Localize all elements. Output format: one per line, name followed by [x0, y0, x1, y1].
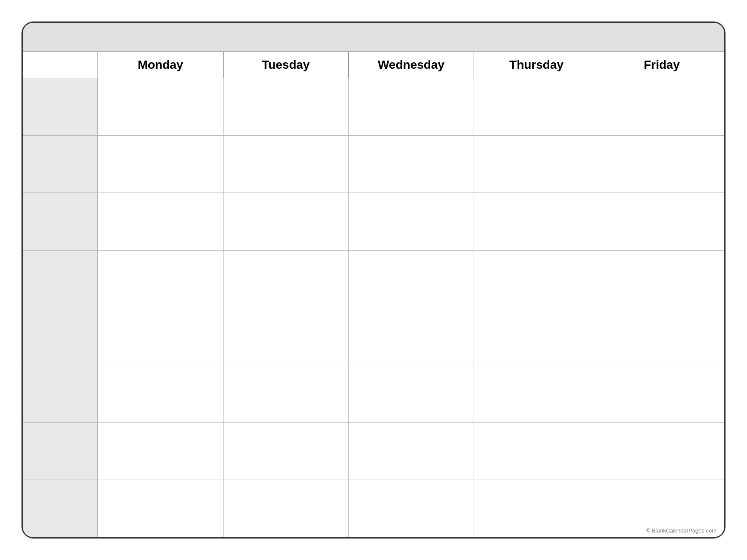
cell-row5-tue[interactable] — [223, 308, 349, 365]
cell-row1-mon[interactable] — [98, 78, 223, 135]
cell-row1-tue[interactable] — [223, 78, 349, 135]
cell-row4-mon[interactable] — [98, 251, 223, 308]
cell-row4-tue[interactable] — [223, 251, 349, 308]
cell-row8-tue[interactable] — [223, 480, 349, 537]
cell-row3-thu[interactable] — [474, 193, 600, 250]
time-column-header — [23, 52, 98, 78]
cell-row5-fri[interactable] — [599, 308, 724, 365]
cell-row6-wed[interactable] — [349, 365, 474, 422]
time-cell-3 — [23, 193, 98, 250]
cell-row2-wed[interactable] — [349, 136, 474, 193]
calendar-row-3 — [23, 193, 724, 251]
day-header-wednesday: Wednesday — [349, 52, 474, 78]
cell-row7-tue[interactable] — [223, 423, 349, 480]
time-cell-6 — [23, 365, 98, 422]
calendar-header-bar — [23, 23, 724, 52]
calendar-row-4 — [23, 251, 724, 308]
cell-row4-wed[interactable] — [349, 251, 474, 308]
cell-row6-thu[interactable] — [474, 365, 600, 422]
calendar-header-row: Monday Tuesday Wednesday Thursday Friday — [23, 52, 724, 78]
day-header-monday: Monday — [98, 52, 223, 78]
cell-row3-mon[interactable] — [98, 193, 223, 250]
calendar-row-6 — [23, 365, 724, 423]
cell-row3-tue[interactable] — [223, 193, 349, 250]
cell-row8-wed[interactable] — [349, 480, 474, 537]
time-cell-7 — [23, 423, 98, 480]
calendar-row-1 — [23, 78, 724, 136]
cell-row8-fri[interactable]: © BlankCalendarPages.com — [599, 480, 724, 537]
calendar-container: Monday Tuesday Wednesday Thursday Friday — [21, 21, 726, 539]
calendar-body: © BlankCalendarPages.com — [23, 78, 724, 537]
cell-row7-mon[interactable] — [98, 423, 223, 480]
cell-row4-thu[interactable] — [474, 251, 600, 308]
day-header-friday: Friday — [599, 52, 724, 78]
cell-row6-fri[interactable] — [599, 365, 724, 422]
calendar-row-5 — [23, 308, 724, 366]
cell-row7-wed[interactable] — [349, 423, 474, 480]
time-cell-4 — [23, 251, 98, 308]
calendar-row-7 — [23, 423, 724, 480]
cell-row3-wed[interactable] — [349, 193, 474, 250]
time-cell-5 — [23, 308, 98, 365]
cell-row2-tue[interactable] — [223, 136, 349, 193]
time-cell-1 — [23, 78, 98, 135]
cell-row5-thu[interactable] — [474, 308, 600, 365]
cell-row5-mon[interactable] — [98, 308, 223, 365]
calendar-row-2 — [23, 136, 724, 193]
cell-row2-mon[interactable] — [98, 136, 223, 193]
cell-row2-fri[interactable] — [599, 136, 724, 193]
day-header-thursday: Thursday — [474, 52, 600, 78]
day-header-tuesday: Tuesday — [223, 52, 349, 78]
cell-row5-wed[interactable] — [349, 308, 474, 365]
cell-row3-fri[interactable] — [599, 193, 724, 250]
time-cell-8 — [23, 480, 98, 537]
cell-row2-thu[interactable] — [474, 136, 600, 193]
cell-row7-fri[interactable] — [599, 423, 724, 480]
cell-row6-mon[interactable] — [98, 365, 223, 422]
watermark-text: © BlankCalendarPages.com — [646, 527, 716, 534]
cell-row7-thu[interactable] — [474, 423, 600, 480]
cell-row1-fri[interactable] — [599, 78, 724, 135]
cell-row1-thu[interactable] — [474, 78, 600, 135]
cell-row8-thu[interactable] — [474, 480, 600, 537]
time-cell-2 — [23, 136, 98, 193]
calendar-grid: Monday Tuesday Wednesday Thursday Friday — [23, 52, 724, 537]
calendar-row-8: © BlankCalendarPages.com — [23, 480, 724, 537]
cell-row8-mon[interactable] — [98, 480, 223, 537]
cell-row6-tue[interactable] — [223, 365, 349, 422]
cell-row4-fri[interactable] — [599, 251, 724, 308]
cell-row1-wed[interactable] — [349, 78, 474, 135]
